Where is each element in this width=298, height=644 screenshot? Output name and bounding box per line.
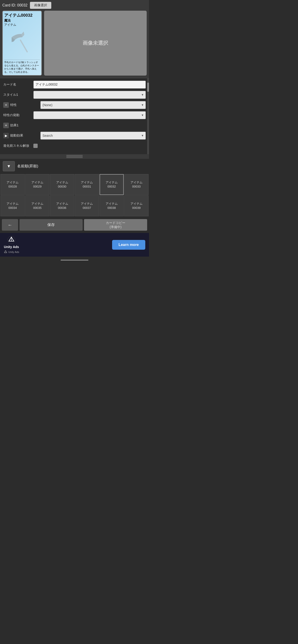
list-item[interactable]: アイテム00030: [50, 174, 74, 195]
form-row-evolution: 進化前スキル解放: [3, 142, 146, 150]
form-row-effect1: + 効果1: [3, 121, 146, 130]
evolution-label: 進化前スキル解放: [3, 144, 34, 148]
list-item[interactable]: アイテム00039: [124, 196, 149, 216]
card-title: アイテム00032: [4, 12, 40, 18]
list-item[interactable]: アイテム00031: [75, 174, 99, 195]
trait-select[interactable]: (None): [40, 101, 146, 109]
unity-small-icon: [4, 250, 8, 254]
sort-dropdown-button[interactable]: ▼: [3, 161, 15, 171]
list-item[interactable]: アイテム00038: [100, 196, 124, 216]
list-item[interactable]: アイテム00028: [1, 174, 25, 195]
trait-add-button[interactable]: +: [3, 102, 9, 108]
trait-trigger-select-wrapper: ▼: [34, 111, 146, 119]
card-grid: アイテム00028 アイテム00029 アイテム00030 アイテム00031 …: [0, 174, 149, 217]
card-preview-right: 画像未選択: [44, 11, 147, 76]
effect1-label: 効果1: [10, 123, 40, 128]
divider-line-3: [66, 158, 83, 158]
list-item[interactable]: アイテム00037: [75, 196, 99, 216]
top-section: Card ID: 00032 画像選択 アイテム00032 魔法 アイテム: [0, 0, 149, 78]
active-effect-label: 能動効果: [10, 134, 40, 138]
back-arrow-icon: ←: [8, 222, 12, 228]
active-effect-select-wrapper: Search ▼: [40, 132, 146, 140]
card-copy-button[interactable]: カードコピー(準備中): [84, 219, 147, 231]
card-description: 手札のカードを2枚トラッシュするなら使える。山札のモンスターから１枚まで選び、手…: [4, 60, 40, 74]
divider-bar: [0, 154, 149, 159]
card-subtype: アイテム: [4, 23, 40, 27]
effect1-add-button[interactable]: +: [3, 123, 9, 128]
card-preview-left: アイテム00032 魔法 アイテム 手札のカードを2枚トラッシュするなら使える。…: [2, 11, 42, 76]
card-id-label: Card ID: 00032: [2, 3, 28, 8]
style1-label: スタイル1: [3, 93, 34, 97]
home-bar: [61, 260, 88, 260]
sort-row: ▼ 名前順(昇順): [0, 159, 149, 174]
form-row-trait-trigger: 特性の発動 ▼: [3, 111, 146, 120]
card-name-input[interactable]: [34, 81, 146, 88]
list-item[interactable]: アイテム00035: [25, 196, 50, 216]
list-item[interactable]: アイテム00033: [124, 174, 149, 195]
save-button[interactable]: 保存: [20, 219, 83, 231]
no-image-text: 画像未選択: [83, 40, 108, 46]
card-type: 魔法: [4, 18, 40, 23]
ads-banner: Unity Ads Unity Ads Learn more: [0, 233, 149, 257]
list-item[interactable]: アイテム00029: [25, 174, 50, 195]
evolution-checkbox[interactable]: [34, 144, 38, 148]
card-image-area: [4, 28, 40, 59]
active-effect-play-button[interactable]: ▶: [3, 133, 9, 138]
card-previews: アイテム00032 魔法 アイテム 手札のカードを2枚トラッシュするなら使える。…: [2, 11, 147, 76]
unity-ads-label: Unity Ads: [4, 245, 19, 249]
unity-logo-icon: [7, 236, 16, 244]
trait-trigger-select[interactable]: [34, 111, 146, 119]
form-row-card-name: カード名: [3, 80, 146, 89]
card-id-row: Card ID: 00032 画像選択: [2, 2, 147, 9]
unity-logo-area: Unity Ads Unity Ads: [4, 236, 19, 254]
list-item[interactable]: アイテム00032: [100, 174, 124, 195]
card-name-label: カード名: [3, 82, 34, 87]
evolution-checkbox-area: [34, 144, 146, 148]
sort-label: 名前順(昇順): [17, 164, 38, 169]
form-row-trait: + 特性 (None) ▼: [3, 101, 146, 109]
learn-more-button[interactable]: Learn more: [112, 240, 145, 250]
style1-select[interactable]: [34, 91, 146, 99]
form-section-wrapper: カード名 スタイル1 ▼ + 特性 (None) ▼: [0, 78, 149, 154]
form-scrollbar[interactable]: [147, 78, 149, 154]
back-button[interactable]: ←: [2, 219, 18, 231]
trait-trigger-label: 特性の発動: [3, 113, 34, 117]
trait-select-wrapper: (None) ▼: [40, 101, 146, 109]
active-effect-select[interactable]: Search: [40, 132, 146, 140]
card-copy-label: カードコピー(準備中): [106, 221, 125, 229]
image-select-button[interactable]: 画像選択: [30, 2, 51, 9]
trait-label: 特性: [10, 103, 40, 107]
unity-ads-small-text: Unity Ads: [8, 250, 19, 254]
divider-lines: [66, 155, 83, 158]
divider-line-1: [66, 155, 83, 156]
home-indicator: [0, 257, 149, 264]
sort-dropdown-arrow-icon: ▼: [7, 164, 11, 169]
divider-line-2: [66, 156, 83, 157]
list-item[interactable]: アイテム00034: [1, 196, 25, 216]
svg-rect-0: [20, 39, 28, 52]
bottom-buttons: ← 保存 カードコピー(準備中): [0, 217, 149, 233]
form-row-style1: スタイル1 ▼: [3, 91, 146, 99]
form-section: カード名 スタイル1 ▼ + 特性 (None) ▼: [0, 78, 149, 154]
pickaxe-icon: [12, 30, 33, 56]
style1-select-wrapper: ▼: [34, 91, 146, 99]
list-item[interactable]: アイテム00036: [50, 196, 74, 216]
scrollbar-thumb: [147, 82, 149, 92]
form-row-active-effect: ▶ 能動効果 Search ▼: [3, 132, 146, 140]
unity-small-logo: Unity Ads: [4, 250, 19, 254]
